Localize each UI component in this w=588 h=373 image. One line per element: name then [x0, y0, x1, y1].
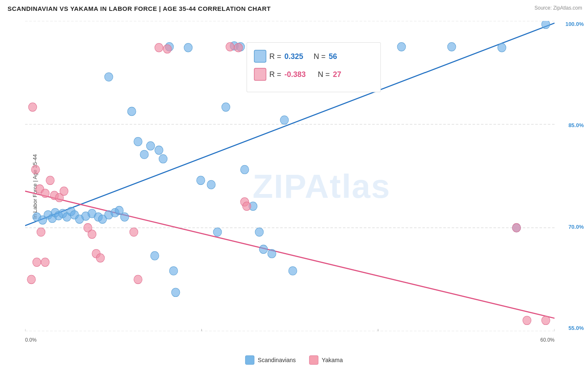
y-axis-right-labels: 100.0% 85.0% 70.0% 55.0% [565, 21, 584, 331]
svg-point-51 [280, 116, 289, 125]
x-label-end: 60.0% [540, 337, 555, 343]
svg-point-41 [222, 103, 230, 112]
svg-point-32 [140, 150, 148, 159]
svg-point-86 [542, 316, 550, 325]
x-label-0: 0.0% [25, 337, 36, 343]
svg-point-35 [159, 154, 167, 163]
svg-text:R =: R = [269, 70, 281, 79]
svg-point-31 [134, 137, 142, 146]
svg-point-33 [146, 142, 155, 151]
chart-legend: Scandinavians Yakama [245, 355, 343, 365]
chart-area: R = 0.325 N = 56 R = -0.383 N = 27 [25, 21, 555, 331]
svg-point-84 [512, 223, 521, 232]
svg-text:N =: N = [318, 70, 330, 79]
svg-point-57 [498, 43, 506, 52]
svg-point-77 [163, 45, 171, 54]
svg-text:0.325: 0.325 [284, 51, 303, 60]
svg-rect-93 [254, 68, 266, 80]
chart-title: SCANDINAVIAN VS YAKAMA IN LABOR FORCE | … [8, 5, 271, 12]
svg-text:R =: R = [269, 51, 281, 60]
svg-point-38 [197, 176, 205, 185]
y-label-85: 85.0% [568, 122, 584, 128]
svg-text:56: 56 [329, 51, 337, 60]
svg-point-50 [169, 266, 178, 275]
svg-point-69 [33, 258, 41, 267]
svg-point-67 [60, 187, 68, 196]
svg-text:-0.383: -0.383 [284, 70, 306, 79]
y-label-55: 55.0% [568, 325, 584, 331]
svg-point-37 [184, 43, 192, 52]
svg-point-48 [268, 249, 276, 258]
svg-point-63 [41, 189, 49, 198]
chart-container: SCANDINAVIAN VS YAKAMA IN LABOR FORCE | … [0, 0, 588, 373]
svg-point-70 [41, 258, 49, 267]
svg-point-68 [37, 228, 45, 237]
svg-point-56 [447, 43, 456, 51]
y-label-70: 70.0% [568, 224, 584, 230]
svg-line-9 [25, 191, 555, 318]
svg-point-64 [46, 176, 54, 185]
svg-point-79 [234, 43, 243, 52]
source-label: Source: ZipAtlas.com [534, 5, 582, 11]
svg-point-83 [134, 275, 142, 284]
svg-point-78 [226, 43, 234, 51]
svg-point-76 [155, 43, 163, 52]
svg-point-29 [105, 73, 113, 82]
legend-scandinavians: Scandinavians [245, 355, 296, 365]
svg-point-73 [88, 230, 96, 239]
svg-point-28 [120, 213, 129, 222]
svg-point-44 [240, 165, 249, 174]
svg-point-53 [171, 288, 180, 297]
svg-point-39 [207, 180, 215, 189]
svg-point-49 [151, 251, 159, 260]
svg-point-46 [255, 228, 263, 237]
svg-point-34 [155, 146, 163, 155]
y-label-100: 100.0% [565, 21, 584, 27]
legend-box-blue [245, 355, 254, 365]
svg-point-85 [523, 316, 531, 325]
svg-point-82 [130, 228, 138, 237]
legend-label-yakama: Yakama [322, 357, 343, 363]
svg-point-61 [31, 165, 40, 174]
svg-text:N =: N = [314, 51, 325, 60]
svg-point-71 [27, 275, 36, 284]
svg-text:27: 27 [333, 70, 341, 79]
svg-point-52 [289, 266, 297, 275]
svg-point-58 [542, 21, 550, 29]
svg-point-30 [128, 107, 136, 116]
svg-point-60 [28, 103, 37, 112]
chart-svg: R = 0.325 N = 56 R = -0.383 N = 27 [25, 21, 555, 331]
x-axis-labels: 0.0% 60.0% [25, 337, 555, 343]
svg-point-81 [243, 202, 251, 211]
legend-yakama: Yakama [309, 355, 343, 365]
svg-point-40 [213, 228, 222, 237]
legend-label-scandinavians: Scandinavians [258, 357, 296, 363]
svg-point-47 [259, 245, 268, 254]
svg-point-55 [397, 43, 406, 51]
svg-rect-87 [247, 43, 381, 92]
legend-box-pink [309, 355, 318, 365]
svg-point-75 [96, 254, 105, 263]
svg-rect-88 [254, 50, 266, 62]
